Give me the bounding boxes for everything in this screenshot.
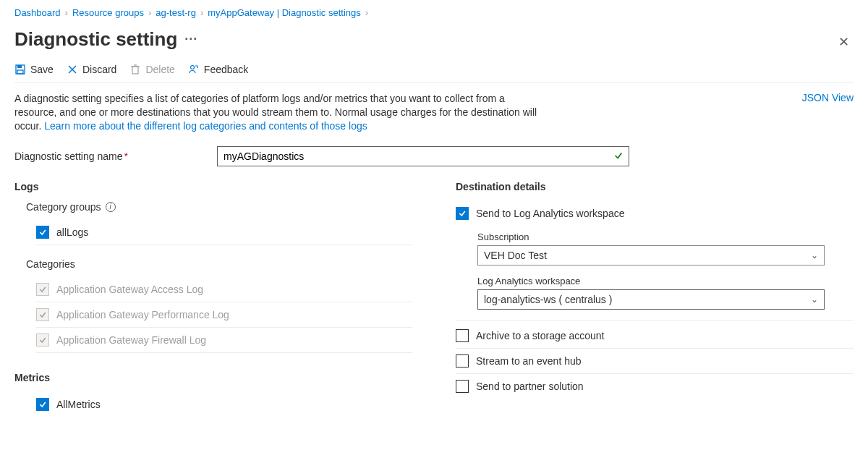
close-icon[interactable]: ✕	[834, 30, 854, 54]
send-la-row: Send to Log Analytics workspace	[456, 201, 854, 226]
description-row: A diagnostic setting specifies a list of…	[14, 92, 854, 133]
alllogs-label: allLogs	[56, 226, 88, 238]
archive-label: Archive to a storage account	[476, 330, 604, 341]
logs-column: Logs Category groups i allLogs Categorie…	[14, 181, 412, 417]
destination-column: Destination details Send to Log Analytic…	[456, 181, 854, 417]
more-menu-icon[interactable]: ···	[184, 32, 197, 47]
learn-more-link[interactable]: Learn more about the different log categ…	[44, 120, 367, 132]
breadcrumb: Dashboard › Resource groups › ag-test-rg…	[14, 7, 854, 18]
log-category-row-1: Application Gateway Performance Log	[36, 302, 412, 328]
delete-icon	[129, 64, 141, 75]
stream-label: Stream to an event hub	[476, 355, 582, 367]
archive-checkbox[interactable]	[456, 329, 469, 342]
allmetrics-label: AllMetrics	[56, 399, 101, 410]
chevron-right-icon: ›	[365, 7, 368, 18]
archive-row: Archive to a storage account	[456, 323, 854, 349]
divider	[456, 320, 854, 320]
partner-checkbox[interactable]	[456, 380, 469, 393]
setting-name-input[interactable]	[217, 146, 629, 166]
log-category-label-1: Application Gateway Performance Log	[56, 309, 229, 320]
required-indicator: *	[124, 150, 127, 162]
save-label: Save	[30, 64, 54, 75]
feedback-label: Feedback	[204, 64, 248, 75]
chevron-right-icon: ›	[65, 7, 68, 18]
description-text: A diagnostic setting specifies a list of…	[14, 92, 550, 133]
logs-heading: Logs	[14, 181, 412, 192]
categories-heading: Categories	[26, 258, 412, 270]
alllogs-checkbox[interactable]	[36, 226, 49, 239]
setting-name-label-text: Diagnostic setting name	[14, 150, 122, 162]
breadcrumb-item-3[interactable]: myAppGateway | Diagnostic settings	[208, 7, 360, 18]
svg-rect-1	[17, 65, 22, 68]
partner-row: Send to partner solution	[456, 374, 854, 399]
subscription-select[interactable]: VEH Doc Test ⌄	[477, 245, 825, 266]
discard-label: Discard	[82, 64, 116, 75]
toolbar: Save Discard Delete Feedback	[14, 58, 854, 83]
subscription-value: VEH Doc Test	[484, 250, 547, 261]
delete-button: Delete	[129, 64, 174, 75]
discard-icon	[67, 64, 78, 75]
workspace-select[interactable]: log-analytics-ws ( centralus ) ⌄	[477, 289, 825, 310]
category-groups-label: Category groups	[26, 201, 101, 213]
log-category-label-2: Application Gateway Firewall Log	[56, 334, 206, 346]
discard-button[interactable]: Discard	[67, 64, 116, 75]
destination-heading: Destination details	[456, 181, 854, 192]
send-la-label: Send to Log Analytics workspace	[476, 208, 624, 219]
chevron-right-icon: ›	[200, 7, 203, 18]
save-button[interactable]: Save	[14, 64, 54, 75]
breadcrumb-item-1[interactable]: Resource groups	[72, 7, 144, 18]
workspace-label: Log Analytics workspace	[477, 276, 854, 286]
log-category-checkbox-0	[36, 283, 49, 296]
main-columns: Logs Category groups i allLogs Categorie…	[14, 181, 854, 417]
chevron-down-icon: ⌄	[811, 250, 818, 260]
partner-label: Send to partner solution	[476, 381, 584, 392]
category-groups-heading: Category groups i	[26, 201, 412, 213]
svg-rect-2	[17, 70, 23, 74]
setting-name-input-wrap	[217, 146, 629, 166]
workspace-field: Log Analytics workspace log-analytics-ws…	[477, 276, 854, 310]
subscription-field: Subscription VEH Doc Test ⌄	[477, 232, 854, 266]
chevron-right-icon: ›	[148, 7, 151, 18]
workspace-value: log-analytics-ws ( centralus )	[484, 294, 612, 305]
delete-label: Delete	[145, 64, 174, 75]
allmetrics-row: AllMetrics	[36, 392, 412, 417]
breadcrumb-item-0[interactable]: Dashboard	[14, 7, 61, 18]
info-icon[interactable]: i	[106, 202, 116, 212]
allmetrics-checkbox[interactable]	[36, 398, 49, 411]
svg-point-8	[190, 66, 194, 69]
svg-rect-5	[132, 67, 138, 74]
log-category-checkbox-1	[36, 308, 49, 321]
stream-checkbox[interactable]	[456, 354, 469, 368]
setting-name-row: Diagnostic setting name*	[14, 146, 854, 166]
send-la-checkbox[interactable]	[456, 207, 469, 220]
log-category-label-0: Application Gateway Access Log	[56, 284, 203, 295]
title-row: Diagnostic setting ··· ✕	[14, 25, 854, 58]
valid-check-icon	[613, 150, 624, 163]
feedback-button[interactable]: Feedback	[188, 64, 248, 75]
json-view-link[interactable]: JSON View	[802, 92, 854, 133]
log-category-row-2: Application Gateway Firewall Log	[36, 328, 412, 353]
save-icon	[14, 64, 26, 75]
alllogs-checkbox-row: allLogs	[36, 220, 412, 245]
metrics-heading: Metrics	[14, 372, 412, 383]
page-title-text: Diagnostic setting	[14, 28, 177, 51]
breadcrumb-item-2[interactable]: ag-test-rg	[156, 7, 196, 18]
log-category-checkbox-2	[36, 334, 49, 347]
stream-row: Stream to an event hub	[456, 349, 854, 374]
feedback-icon	[188, 64, 200, 75]
log-category-row-0: Application Gateway Access Log	[36, 277, 412, 302]
subscription-label: Subscription	[477, 232, 854, 242]
setting-name-label: Diagnostic setting name*	[14, 150, 195, 162]
chevron-down-icon: ⌄	[811, 294, 818, 305]
page-title: Diagnostic setting ···	[14, 28, 197, 51]
